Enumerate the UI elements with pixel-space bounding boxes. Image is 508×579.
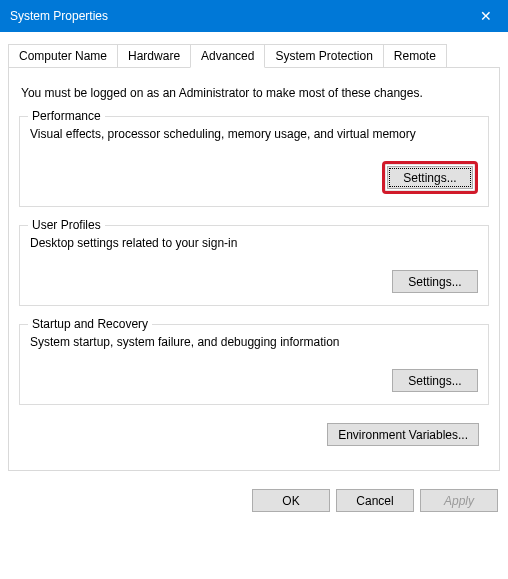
user-profiles-legend: User Profiles <box>28 218 105 232</box>
ok-button[interactable]: OK <box>252 489 330 512</box>
env-vars-row: Environment Variables... <box>19 423 489 446</box>
tab-hardware[interactable]: Hardware <box>117 44 191 67</box>
tab-computer-name[interactable]: Computer Name <box>8 44 118 67</box>
user-profiles-button-row: Settings... <box>30 270 478 293</box>
tab-advanced[interactable]: Advanced <box>190 44 265 68</box>
close-icon: ✕ <box>480 8 492 24</box>
tab-system-protection[interactable]: System Protection <box>264 44 383 67</box>
system-properties-window: System Properties ✕ Computer Name Hardwa… <box>0 0 508 524</box>
performance-button-row: Settings... <box>30 161 478 194</box>
performance-group: Performance Visual effects, processor sc… <box>19 116 489 207</box>
performance-settings-highlight: Settings... <box>382 161 478 194</box>
startup-recovery-settings-button[interactable]: Settings... <box>392 369 478 392</box>
titlebar: System Properties ✕ <box>0 0 508 32</box>
apply-button[interactable]: Apply <box>420 489 498 512</box>
performance-desc: Visual effects, processor scheduling, me… <box>30 127 478 141</box>
performance-settings-button[interactable]: Settings... <box>387 166 473 189</box>
tab-remote[interactable]: Remote <box>383 44 447 67</box>
user-profiles-desc: Desktop settings related to your sign-in <box>30 236 478 250</box>
startup-recovery-button-row: Settings... <box>30 369 478 392</box>
user-profiles-group: User Profiles Desktop settings related t… <box>19 225 489 306</box>
tab-panel-advanced: You must be logged on as an Administrato… <box>8 68 500 471</box>
startup-recovery-group: Startup and Recovery System startup, sys… <box>19 324 489 405</box>
performance-legend: Performance <box>28 109 105 123</box>
tab-strip: Computer Name Hardware Advanced System P… <box>8 44 500 68</box>
startup-recovery-legend: Startup and Recovery <box>28 317 152 331</box>
close-button[interactable]: ✕ <box>463 0 508 32</box>
cancel-button[interactable]: Cancel <box>336 489 414 512</box>
content-area: Computer Name Hardware Advanced System P… <box>0 32 508 479</box>
startup-recovery-desc: System startup, system failure, and debu… <box>30 335 478 349</box>
dialog-footer: OK Cancel Apply <box>0 479 508 524</box>
intro-text: You must be logged on as an Administrato… <box>21 86 489 100</box>
window-title: System Properties <box>10 9 463 23</box>
user-profiles-settings-button[interactable]: Settings... <box>392 270 478 293</box>
environment-variables-button[interactable]: Environment Variables... <box>327 423 479 446</box>
